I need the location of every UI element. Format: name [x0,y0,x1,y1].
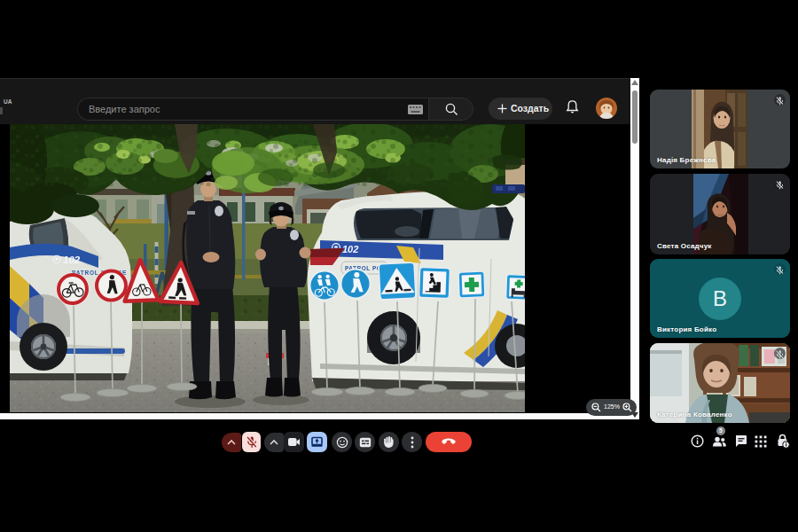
svg-text:102: 102 [342,244,358,254]
svg-text:102: 102 [63,254,81,265]
